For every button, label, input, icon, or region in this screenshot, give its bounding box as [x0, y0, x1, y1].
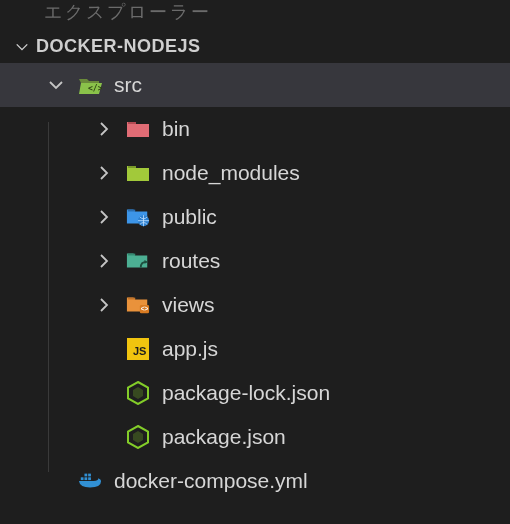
- workspace-title: DOCKER-NODEJS: [36, 36, 201, 57]
- folder-public-icon: [126, 205, 150, 229]
- tree-folder-routes[interactable]: routes: [0, 239, 510, 283]
- folder-bin-icon: [126, 117, 150, 141]
- explorer-title-partial: エクスプローラー: [0, 0, 510, 32]
- svg-rect-1: [128, 122, 136, 124]
- tree-item-label: app.js: [162, 337, 218, 361]
- explorer-panel: エクスプローラー DOCKER-NODEJS </> src: [0, 0, 510, 503]
- chevron-right-icon: [94, 119, 114, 139]
- tree-item-label: node_modules: [162, 161, 300, 185]
- folder-node-icon: [126, 161, 150, 185]
- svg-rect-15: [88, 474, 91, 477]
- svg-text:<>: <>: [141, 305, 149, 312]
- tree-item-label: package-lock.json: [162, 381, 330, 405]
- tree-file-package-json[interactable]: package.json: [0, 415, 510, 459]
- tree-folder-public[interactable]: public: [0, 195, 510, 239]
- tree-file-app-js[interactable]: JS app.js: [0, 327, 510, 371]
- file-tree: </> src bin node_modules: [0, 63, 510, 503]
- svg-text:</>: </>: [88, 84, 102, 93]
- tree-file-package-lock[interactable]: package-lock.json: [0, 371, 510, 415]
- tree-folder-views[interactable]: <> views: [0, 283, 510, 327]
- tree-item-label: bin: [162, 117, 190, 141]
- tree-item-label: routes: [162, 249, 220, 273]
- tree-folder-node-modules[interactable]: node_modules: [0, 151, 510, 195]
- tree-item-label: views: [162, 293, 215, 317]
- chevron-right-icon: [94, 251, 114, 271]
- tree-folder-bin[interactable]: bin: [0, 107, 510, 151]
- chevron-down-icon: [46, 75, 66, 95]
- svg-text:JS: JS: [133, 345, 146, 357]
- indent-guide: [48, 122, 49, 472]
- tree-item-label: docker-compose.yml: [114, 469, 308, 493]
- folder-routes-icon: [126, 249, 150, 273]
- folder-open-src-icon: </>: [78, 73, 102, 97]
- nodejs-file-icon: [126, 425, 150, 449]
- tree-item-label: src: [114, 73, 142, 97]
- tree-file-docker-compose[interactable]: docker-compose.yml: [0, 459, 510, 503]
- folder-views-icon: <>: [126, 293, 150, 317]
- svg-rect-6: [128, 298, 135, 300]
- svg-rect-3: [128, 210, 135, 212]
- javascript-file-icon: JS: [126, 337, 150, 361]
- svg-rect-2: [128, 166, 136, 168]
- chevron-down-icon: [14, 39, 30, 55]
- nodejs-file-icon: [126, 381, 150, 405]
- workspace-header[interactable]: DOCKER-NODEJS: [0, 32, 510, 63]
- chevron-right-icon: [94, 295, 114, 315]
- svg-rect-14: [84, 474, 87, 477]
- chevron-right-icon: [94, 163, 114, 183]
- docker-file-icon: [78, 469, 102, 493]
- svg-rect-5: [128, 254, 135, 256]
- svg-rect-12: [84, 477, 87, 480]
- svg-rect-11: [81, 477, 84, 480]
- tree-item-label: public: [162, 205, 217, 229]
- tree-item-label: package.json: [162, 425, 286, 449]
- chevron-right-icon: [94, 207, 114, 227]
- tree-folder-src[interactable]: </> src: [0, 63, 510, 107]
- svg-rect-13: [88, 477, 91, 480]
